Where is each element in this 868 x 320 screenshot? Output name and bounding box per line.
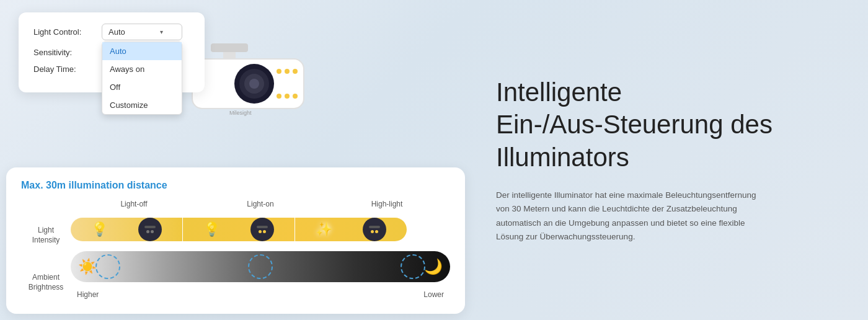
bulb-bright-icon: ✨ <box>316 221 332 238</box>
svg-point-7 <box>277 69 281 74</box>
intensity-seg-off: 💡 <box>71 218 182 241</box>
intensity-seg-on: 💡 <box>183 218 294 241</box>
dropdown-item-off[interactable]: Off <box>102 78 182 96</box>
left-panel: Light Control: Auto ▾ Auto Aways on Off … <box>0 0 471 320</box>
svg-point-8 <box>285 69 290 74</box>
bulb-on-icon: 💡 <box>203 221 220 238</box>
svg-rect-1 <box>211 43 248 52</box>
col-headers: Light-off Light-on High-light <box>71 200 450 208</box>
ambient-bar: ☀️ 🌙 <box>71 251 450 282</box>
delay-time-label: Delay Time: <box>33 64 102 74</box>
bulb-off-icon: 💡 <box>91 221 108 238</box>
ambient-circle-1 <box>95 254 120 279</box>
illumination-title: Max. 30m illumination distance <box>21 180 450 191</box>
chevron-down-icon: ▾ <box>160 29 163 35</box>
svg-point-11 <box>285 94 290 99</box>
title-line-3: Illuminators <box>496 143 629 172</box>
svg-text:Milesight: Milesight <box>229 110 252 116</box>
bottom-label-lower: Lower <box>423 290 444 299</box>
svg-point-10 <box>277 94 281 99</box>
main-title: Intelligente Ein-/Aus-Steuerung des Illu… <box>496 76 831 174</box>
svg-point-6 <box>249 79 259 89</box>
dropdown-menu: Auto Aways on Off Customize <box>102 42 182 115</box>
illum-main-content: Light-off Light-on High-light 💡 <box>71 200 450 301</box>
moon-icon: 🌙 <box>424 258 443 275</box>
light-intensity-label: LightIntensity <box>21 217 71 254</box>
sensitivity-label: Sensitivity: <box>33 48 102 57</box>
sun-icon: ☀️ <box>78 258 97 275</box>
svg-point-12 <box>293 94 298 99</box>
illumination-card: Max. 30m illumination distance LightInte… <box>6 167 465 314</box>
intensity-seg-high: ✨ <box>295 218 407 241</box>
light-control-select-wrapper: Auto ▾ Auto Aways on Off Customize <box>102 24 190 40</box>
ambient-bar-container: ☀️ 🌙 <box>71 248 450 285</box>
light-control-label: Light Control: <box>33 27 102 37</box>
bottom-labels: Higher Lower <box>71 288 450 299</box>
title-line-1: Intelligente <box>496 78 622 107</box>
col-header-light-off: Light-off <box>78 200 190 208</box>
col-header-high-light: High-light <box>331 200 443 208</box>
right-panel: Intelligente Ein-/Aus-Steuerung des Illu… <box>471 0 868 320</box>
intensity-bar-container: 💡 <box>71 211 450 248</box>
light-control-select[interactable]: Auto ▾ <box>102 24 182 40</box>
bottom-label-higher: Higher <box>77 290 99 299</box>
control-card: Light Control: Auto ▾ Auto Aways on Off … <box>19 12 205 92</box>
ambient-circle-2 <box>248 254 273 279</box>
camera-dot-3 <box>363 218 386 241</box>
light-control-row: Light Control: Auto ▾ Auto Aways on Off … <box>33 24 190 40</box>
ambient-circle-3 <box>401 254 425 279</box>
dropdown-item-auto[interactable]: Auto <box>102 42 182 60</box>
illumination-content: LightIntensity AmbientBrightness Light-o… <box>21 200 450 301</box>
camera-dot-2 <box>250 218 274 241</box>
camera-dot-1 <box>138 218 162 241</box>
row-labels: LightIntensity AmbientBrightness <box>21 200 71 301</box>
description: Der intelligente Illuminator hat eine ma… <box>496 189 756 244</box>
ambient-brightness-label: AmbientBrightness <box>21 264 71 301</box>
col-header-light-on: Light-on <box>205 200 316 208</box>
title-line-2: Ein-/Aus-Steuerung des <box>496 110 773 139</box>
dropdown-item-always-on[interactable]: Aways on <box>102 60 182 78</box>
dropdown-item-customize[interactable]: Customize <box>102 96 182 114</box>
svg-point-9 <box>293 69 298 74</box>
select-value: Auto <box>108 27 125 37</box>
